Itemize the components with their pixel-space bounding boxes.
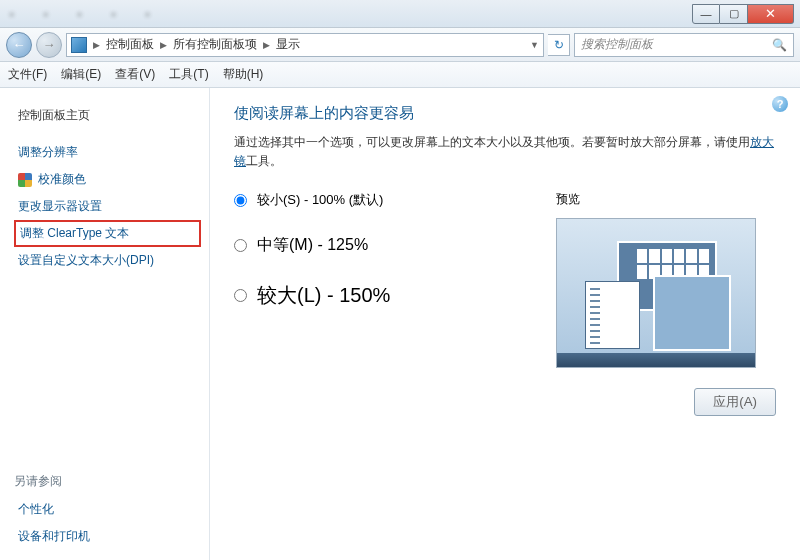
- option-medium[interactable]: 中等(M) - 125%: [234, 235, 526, 256]
- page-title: 使阅读屏幕上的内容更容易: [234, 104, 776, 123]
- menu-tools[interactable]: 工具(T): [169, 66, 208, 83]
- sidebar-item-calibrate[interactable]: 校准颜色: [14, 166, 201, 193]
- menu-file[interactable]: 文件(F): [8, 66, 47, 83]
- sidebar-home[interactable]: 控制面板主页: [14, 102, 201, 129]
- search-icon: 🔍: [772, 38, 787, 52]
- size-options: 较小(S) - 100% (默认) 中等(M) - 125% 较大(L) - 1…: [234, 191, 526, 368]
- chevron-down-icon[interactable]: ▼: [530, 40, 539, 50]
- preview-column: 预览: [556, 191, 776, 368]
- chevron-right-icon: ▶: [263, 40, 270, 50]
- menu-view[interactable]: 查看(V): [115, 66, 155, 83]
- sidebar-item-dpi[interactable]: 设置自定义文本大小(DPI): [14, 247, 201, 274]
- radio-large[interactable]: [234, 289, 247, 302]
- breadcrumb-leaf[interactable]: 显示: [276, 36, 300, 53]
- apply-button[interactable]: 应用(A): [694, 388, 776, 416]
- see-also-devices[interactable]: 设备和打印机: [14, 523, 201, 550]
- preview-title: 预览: [556, 191, 776, 208]
- option-label: 中等(M) - 125%: [257, 235, 368, 256]
- option-large[interactable]: 较大(L) - 150%: [234, 282, 526, 309]
- minimize-button[interactable]: —: [692, 4, 720, 24]
- help-icon[interactable]: ?: [772, 96, 788, 112]
- background-tabs: ▪▪▪▪▪: [0, 0, 692, 27]
- menu-help[interactable]: 帮助(H): [223, 66, 264, 83]
- control-panel-icon: [71, 37, 87, 53]
- main-panel: ? 使阅读屏幕上的内容更容易 通过选择其中一个选项，可以更改屏幕上的文本大小以及…: [210, 88, 800, 560]
- forward-button[interactable]: →: [36, 32, 62, 58]
- shield-icon: [18, 173, 32, 187]
- radio-medium[interactable]: [234, 239, 247, 252]
- sidebar-item-label: 校准颜色: [38, 171, 86, 188]
- radio-small[interactable]: [234, 194, 247, 207]
- menubar: 文件(F) 编辑(E) 查看(V) 工具(T) 帮助(H): [0, 62, 800, 88]
- refresh-button[interactable]: ↻: [548, 34, 570, 56]
- sidebar-item-cleartype[interactable]: 调整 ClearType 文本: [14, 220, 201, 247]
- option-label: 较大(L) - 150%: [257, 282, 390, 309]
- sidebar-item-resolution[interactable]: 调整分辨率: [14, 139, 201, 166]
- see-also-header: 另请参阅: [14, 473, 201, 490]
- option-label: 较小(S) - 100% (默认): [257, 191, 383, 209]
- see-also-personalization[interactable]: 个性化: [14, 496, 201, 523]
- address-bar[interactable]: ▶ 控制面板 ▶ 所有控制面板项 ▶ 显示 ▼: [66, 33, 544, 57]
- option-small[interactable]: 较小(S) - 100% (默认): [234, 191, 526, 209]
- close-button[interactable]: ✕: [748, 4, 794, 24]
- page-description: 通过选择其中一个选项，可以更改屏幕上的文本大小以及其他项。若要暂时放大部分屏幕，…: [234, 133, 776, 171]
- search-placeholder: 搜索控制面板: [581, 36, 653, 53]
- navbar: ← → ▶ 控制面板 ▶ 所有控制面板项 ▶ 显示 ▼ ↻ 搜索控制面板 🔍: [0, 28, 800, 62]
- breadcrumb-root[interactable]: 控制面板: [106, 36, 154, 53]
- window-controls: — ▢ ✕: [692, 4, 794, 24]
- maximize-button[interactable]: ▢: [720, 4, 748, 24]
- sidebar: 控制面板主页 调整分辨率 校准颜色 更改显示器设置 调整 ClearType 文…: [0, 88, 210, 560]
- titlebar: ▪▪▪▪▪ — ▢ ✕: [0, 0, 800, 28]
- chevron-right-icon: ▶: [160, 40, 167, 50]
- sidebar-item-display-settings[interactable]: 更改显示器设置: [14, 193, 201, 220]
- breadcrumb-mid[interactable]: 所有控制面板项: [173, 36, 257, 53]
- preview-image: [556, 218, 756, 368]
- sidebar-see-also: 另请参阅 个性化 设备和打印机: [14, 473, 201, 550]
- content-area: 控制面板主页 调整分辨率 校准颜色 更改显示器设置 调整 ClearType 文…: [0, 88, 800, 560]
- search-input[interactable]: 搜索控制面板 🔍: [574, 33, 794, 57]
- back-button[interactable]: ←: [6, 32, 32, 58]
- menu-edit[interactable]: 编辑(E): [61, 66, 101, 83]
- chevron-right-icon: ▶: [93, 40, 100, 50]
